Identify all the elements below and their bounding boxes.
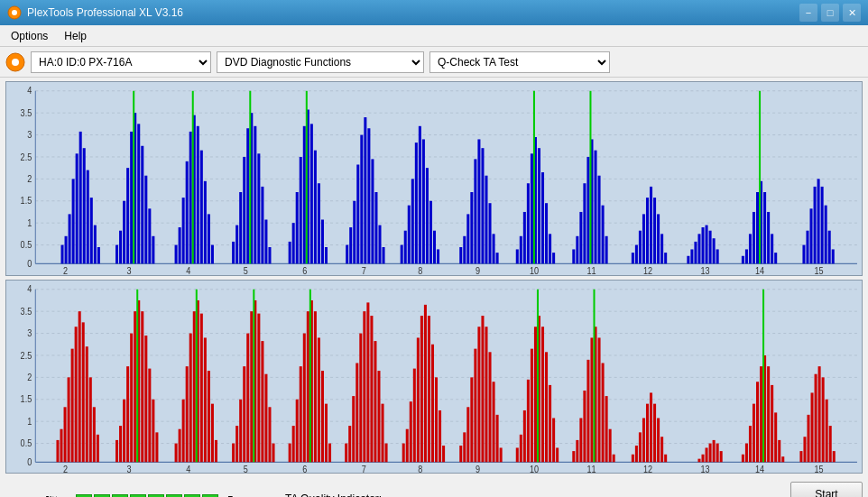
svg-rect-248 [215, 439, 217, 461]
svg-rect-375 [826, 399, 828, 462]
svg-rect-117 [520, 236, 522, 264]
svg-rect-342 [646, 403, 649, 462]
svg-rect-38 [126, 168, 129, 263]
svg-rect-84 [349, 227, 352, 263]
svg-text:14: 14 [755, 464, 764, 473]
svg-rect-107 [466, 214, 469, 263]
svg-rect-136 [602, 206, 605, 264]
svg-rect-148 [664, 253, 667, 263]
svg-rect-349 [702, 454, 705, 462]
svg-rect-221 [89, 377, 92, 462]
svg-rect-152 [697, 234, 700, 263]
svg-rect-106 [463, 236, 466, 264]
svg-rect-27 [72, 179, 75, 263]
svg-rect-325 [572, 451, 575, 462]
svg-text:4: 4 [27, 283, 32, 294]
svg-rect-159 [745, 249, 748, 263]
svg-rect-104 [437, 249, 439, 263]
svg-rect-294 [424, 304, 427, 461]
svg-rect-48 [179, 227, 181, 263]
svg-rect-239 [182, 399, 185, 462]
svg-rect-300 [459, 446, 462, 462]
svg-rect-124 [545, 203, 548, 263]
svg-rect-372 [815, 373, 817, 462]
svg-rect-310 [496, 414, 499, 461]
svg-rect-364 [774, 412, 777, 462]
svg-rect-354 [720, 451, 723, 462]
svg-rect-360 [760, 366, 762, 462]
close-button[interactable]: ✕ [843, 4, 861, 22]
svg-rect-132 [586, 157, 589, 263]
svg-rect-122 [538, 148, 540, 263]
svg-rect-376 [829, 426, 832, 462]
svg-rect-335 [609, 428, 612, 462]
svg-text:0.5: 0.5 [21, 239, 32, 250]
svg-rect-346 [660, 437, 663, 462]
svg-rect-299 [442, 446, 445, 462]
svg-rect-162 [756, 192, 759, 263]
svg-rect-359 [756, 382, 759, 462]
svg-rect-74 [300, 157, 302, 263]
svg-rect-66 [257, 153, 260, 263]
svg-rect-62 [243, 157, 245, 263]
svg-rect-287 [385, 443, 388, 462]
svg-rect-315 [527, 379, 530, 462]
svg-rect-264 [292, 426, 295, 462]
svg-rect-108 [470, 192, 473, 263]
svg-rect-285 [377, 371, 380, 462]
svg-rect-111 [481, 148, 484, 263]
svg-rect-290 [410, 401, 412, 462]
svg-rect-255 [250, 311, 253, 462]
drive-select[interactable]: HA:0 ID:0 PX-716A [31, 51, 211, 73]
svg-rect-332 [598, 337, 601, 462]
svg-rect-155 [709, 231, 712, 264]
svg-rect-26 [69, 214, 71, 263]
svg-rect-32 [90, 198, 93, 263]
svg-rect-350 [706, 447, 708, 462]
menu-help[interactable]: Help [57, 28, 94, 44]
top-chart: 4 3.5 3 2.5 2 1.5 1 0.5 0 [6, 82, 862, 275]
svg-rect-44 [148, 208, 151, 263]
function-select[interactable]: DVD Diagnostic Functions [217, 51, 424, 73]
svg-rect-103 [433, 231, 436, 264]
svg-rect-33 [94, 225, 97, 264]
svg-rect-73 [296, 192, 299, 263]
svg-text:0: 0 [27, 258, 32, 269]
svg-rect-214 [64, 407, 67, 462]
svg-text:3.5: 3.5 [21, 306, 32, 317]
maximize-button[interactable]: □ [821, 4, 839, 22]
svg-rect-87 [360, 135, 363, 264]
svg-rect-329 [586, 359, 589, 461]
svg-rect-347 [664, 454, 667, 462]
svg-text:5: 5 [244, 266, 248, 275]
svg-rect-312 [516, 447, 519, 462]
start-panel: Start ⓘ [790, 482, 863, 497]
svg-text:0.5: 0.5 [21, 437, 32, 448]
minimize-button[interactable]: − [799, 4, 817, 22]
svg-rect-143 [646, 198, 649, 263]
test-select[interactable]: Q-Check TA Test [429, 51, 610, 73]
svg-rect-30 [83, 148, 86, 263]
svg-rect-89 [367, 128, 370, 263]
svg-rect-47 [175, 245, 178, 264]
svg-rect-139 [632, 253, 634, 263]
start-button[interactable]: Start [790, 482, 863, 497]
menu-options[interactable]: Options [4, 28, 55, 44]
svg-rect-244 [200, 313, 203, 462]
svg-rect-283 [370, 316, 373, 462]
svg-rect-116 [516, 249, 519, 263]
svg-text:8: 8 [418, 266, 422, 275]
svg-rect-222 [93, 407, 96, 462]
svg-rect-377 [833, 451, 836, 462]
svg-text:3: 3 [27, 327, 32, 338]
svg-rect-77 [310, 124, 313, 263]
svg-rect-241 [189, 333, 192, 462]
svg-rect-114 [493, 234, 495, 263]
svg-rect-95 [404, 231, 407, 264]
svg-text:2.5: 2.5 [21, 152, 32, 162]
svg-rect-160 [749, 234, 752, 263]
svg-rect-302 [466, 407, 469, 462]
svg-rect-272 [321, 371, 324, 462]
svg-rect-65 [254, 126, 256, 263]
app-icon [7, 5, 22, 20]
